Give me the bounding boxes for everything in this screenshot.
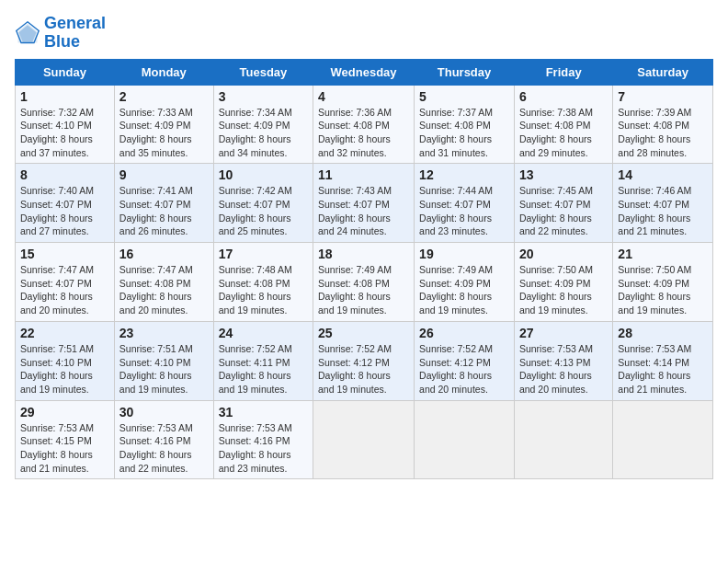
calendar-day-cell: [415, 400, 515, 479]
day-number: 6: [519, 89, 608, 104]
logo-text: General Blue: [44, 15, 106, 52]
calendar-day-cell: [613, 400, 713, 479]
day-info: Sunrise: 7:47 AMSunset: 4:07 PMDaylight:…: [20, 263, 109, 317]
day-number: 24: [219, 326, 308, 340]
calendar-day-cell: 1Sunrise: 7:32 AMSunset: 4:10 PMDaylight…: [16, 85, 115, 164]
day-info: Sunrise: 7:41 AMSunset: 4:07 PMDaylight:…: [119, 184, 209, 238]
calendar-day-cell: 10Sunrise: 7:42 AMSunset: 4:07 PMDayligh…: [213, 164, 313, 243]
day-info: Sunrise: 7:32 AMSunset: 4:10 PMDaylight:…: [20, 106, 109, 160]
calendar-day-cell: 18Sunrise: 7:49 AMSunset: 4:08 PMDayligh…: [313, 243, 415, 322]
calendar-day-cell: 25Sunrise: 7:52 AMSunset: 4:12 PMDayligh…: [313, 321, 415, 400]
day-info: Sunrise: 7:52 AMSunset: 4:12 PMDaylight:…: [419, 342, 509, 396]
logo: General Blue: [15, 15, 106, 52]
calendar-week-row: 15Sunrise: 7:47 AMSunset: 4:07 PMDayligh…: [16, 243, 713, 322]
calendar-day-cell: 2Sunrise: 7:33 AMSunset: 4:09 PMDaylight…: [114, 85, 213, 164]
day-info: Sunrise: 7:52 AMSunset: 4:12 PMDaylight:…: [318, 342, 409, 396]
day-number: 28: [618, 326, 708, 340]
weekday-header: Thursday: [415, 59, 515, 85]
calendar-week-row: 1Sunrise: 7:32 AMSunset: 4:10 PMDaylight…: [16, 85, 713, 164]
day-number: 10: [219, 167, 308, 182]
day-number: 12: [419, 167, 509, 182]
calendar-week-row: 22Sunrise: 7:51 AMSunset: 4:10 PMDayligh…: [16, 321, 713, 400]
calendar-day-cell: 9Sunrise: 7:41 AMSunset: 4:07 PMDaylight…: [114, 164, 213, 243]
day-number: 7: [618, 89, 708, 104]
day-info: Sunrise: 7:49 AMSunset: 4:08 PMDaylight:…: [318, 263, 409, 317]
calendar-day-cell: 27Sunrise: 7:53 AMSunset: 4:13 PMDayligh…: [514, 321, 612, 400]
weekday-header: Saturday: [613, 59, 713, 85]
day-info: Sunrise: 7:36 AMSunset: 4:08 PMDaylight:…: [318, 106, 409, 160]
day-number: 17: [219, 247, 308, 261]
day-number: 23: [119, 326, 209, 340]
day-number: 1: [20, 89, 109, 104]
day-number: 15: [20, 247, 109, 261]
day-info: Sunrise: 7:43 AMSunset: 4:07 PMDaylight:…: [318, 184, 409, 238]
day-info: Sunrise: 7:50 AMSunset: 4:09 PMDaylight:…: [618, 263, 708, 317]
calendar-day-cell: 22Sunrise: 7:51 AMSunset: 4:10 PMDayligh…: [16, 321, 115, 400]
calendar-day-cell: 17Sunrise: 7:48 AMSunset: 4:08 PMDayligh…: [213, 243, 313, 322]
calendar-day-cell: 23Sunrise: 7:51 AMSunset: 4:10 PMDayligh…: [114, 321, 213, 400]
day-number: 21: [618, 247, 708, 261]
calendar-day-cell: 11Sunrise: 7:43 AMSunset: 4:07 PMDayligh…: [313, 164, 415, 243]
calendar-day-cell: 24Sunrise: 7:52 AMSunset: 4:11 PMDayligh…: [213, 321, 313, 400]
day-info: Sunrise: 7:44 AMSunset: 4:07 PMDaylight:…: [419, 184, 509, 238]
calendar-day-cell: 21Sunrise: 7:50 AMSunset: 4:09 PMDayligh…: [613, 243, 713, 322]
day-info: Sunrise: 7:53 AMSunset: 4:13 PMDaylight:…: [519, 342, 608, 396]
day-number: 31: [219, 405, 308, 419]
day-number: 26: [419, 326, 509, 340]
page-header: General Blue: [15, 15, 713, 52]
day-info: Sunrise: 7:53 AMSunset: 4:16 PMDaylight:…: [219, 421, 308, 476]
weekday-header: Monday: [114, 59, 213, 85]
day-info: Sunrise: 7:34 AMSunset: 4:09 PMDaylight:…: [219, 106, 308, 160]
day-number: 5: [419, 89, 509, 104]
calendar-day-cell: 12Sunrise: 7:44 AMSunset: 4:07 PMDayligh…: [415, 164, 515, 243]
day-number: 4: [318, 89, 409, 104]
day-number: 20: [519, 247, 608, 261]
day-info: Sunrise: 7:50 AMSunset: 4:09 PMDaylight:…: [519, 263, 608, 317]
day-info: Sunrise: 7:51 AMSunset: 4:10 PMDaylight:…: [119, 342, 209, 396]
calendar-day-cell: 20Sunrise: 7:50 AMSunset: 4:09 PMDayligh…: [514, 243, 612, 322]
day-info: Sunrise: 7:53 AMSunset: 4:15 PMDaylight:…: [20, 421, 109, 476]
calendar-day-cell: 28Sunrise: 7:53 AMSunset: 4:14 PMDayligh…: [613, 321, 713, 400]
calendar-day-cell: 14Sunrise: 7:46 AMSunset: 4:07 PMDayligh…: [613, 164, 713, 243]
day-info: Sunrise: 7:37 AMSunset: 4:08 PMDaylight:…: [419, 106, 509, 160]
calendar-day-cell: 8Sunrise: 7:40 AMSunset: 4:07 PMDaylight…: [16, 164, 115, 243]
day-number: 19: [419, 247, 509, 261]
calendar-day-cell: 19Sunrise: 7:49 AMSunset: 4:09 PMDayligh…: [415, 243, 515, 322]
day-info: Sunrise: 7:45 AMSunset: 4:07 PMDaylight:…: [519, 184, 608, 238]
day-number: 8: [20, 167, 109, 182]
day-info: Sunrise: 7:38 AMSunset: 4:08 PMDaylight:…: [519, 106, 608, 160]
day-info: Sunrise: 7:40 AMSunset: 4:07 PMDaylight:…: [20, 184, 109, 238]
day-info: Sunrise: 7:47 AMSunset: 4:08 PMDaylight:…: [119, 263, 209, 317]
calendar-day-cell: 3Sunrise: 7:34 AMSunset: 4:09 PMDaylight…: [213, 85, 313, 164]
calendar-day-cell: 13Sunrise: 7:45 AMSunset: 4:07 PMDayligh…: [514, 164, 612, 243]
day-info: Sunrise: 7:52 AMSunset: 4:11 PMDaylight:…: [219, 342, 308, 396]
calendar-day-cell: 7Sunrise: 7:39 AMSunset: 4:08 PMDaylight…: [613, 85, 713, 164]
day-number: 11: [318, 167, 409, 182]
day-info: Sunrise: 7:39 AMSunset: 4:08 PMDaylight:…: [618, 106, 708, 160]
day-info: Sunrise: 7:46 AMSunset: 4:07 PMDaylight:…: [618, 184, 708, 238]
day-number: 2: [119, 89, 209, 104]
weekday-header: Sunday: [16, 59, 115, 85]
weekday-header: Tuesday: [213, 59, 313, 85]
calendar-day-cell: [313, 400, 415, 479]
calendar-day-cell: [514, 400, 612, 479]
day-number: 9: [119, 167, 209, 182]
calendar-day-cell: 26Sunrise: 7:52 AMSunset: 4:12 PMDayligh…: [415, 321, 515, 400]
calendar-day-cell: 6Sunrise: 7:38 AMSunset: 4:08 PMDaylight…: [514, 85, 612, 164]
day-number: 14: [618, 167, 708, 182]
day-info: Sunrise: 7:53 AMSunset: 4:16 PMDaylight:…: [119, 421, 209, 476]
calendar-day-cell: 4Sunrise: 7:36 AMSunset: 4:08 PMDaylight…: [313, 85, 415, 164]
calendar-day-cell: 30Sunrise: 7:53 AMSunset: 4:16 PMDayligh…: [114, 400, 213, 479]
calendar-day-cell: 29Sunrise: 7:53 AMSunset: 4:15 PMDayligh…: [16, 400, 115, 479]
calendar-day-cell: 15Sunrise: 7:47 AMSunset: 4:07 PMDayligh…: [16, 243, 115, 322]
day-number: 16: [119, 247, 209, 261]
calendar-day-cell: 5Sunrise: 7:37 AMSunset: 4:08 PMDaylight…: [415, 85, 515, 164]
day-number: 18: [318, 247, 409, 261]
calendar-day-cell: 16Sunrise: 7:47 AMSunset: 4:08 PMDayligh…: [114, 243, 213, 322]
day-number: 30: [119, 405, 209, 419]
weekday-header: Wednesday: [313, 59, 415, 85]
day-number: 3: [219, 89, 308, 104]
day-info: Sunrise: 7:53 AMSunset: 4:14 PMDaylight:…: [618, 342, 708, 396]
day-number: 25: [318, 326, 409, 340]
day-info: Sunrise: 7:49 AMSunset: 4:09 PMDaylight:…: [419, 263, 509, 317]
